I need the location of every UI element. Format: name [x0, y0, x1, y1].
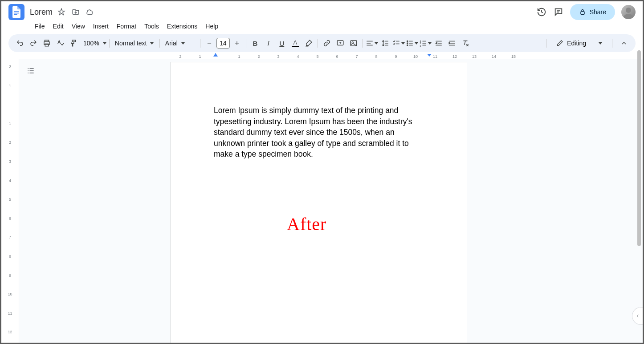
checklist-button[interactable] — [392, 37, 405, 49]
font-value: Arial — [163, 40, 180, 47]
align-button[interactable] — [366, 37, 378, 49]
menu-tools[interactable]: Tools — [141, 21, 162, 32]
svg-point-12 — [407, 43, 408, 44]
text-color-button[interactable]: A — [289, 37, 302, 49]
share-button[interactable]: Share — [570, 4, 615, 20]
link-button[interactable] — [321, 37, 333, 49]
toolbar: 100% Normal text Arial 14 B I U A 123 Ed… — [8, 34, 636, 52]
paint-format-button[interactable] — [67, 37, 80, 49]
highlight-button[interactable] — [302, 37, 315, 49]
undo-button[interactable] — [14, 37, 26, 49]
move-icon[interactable] — [70, 7, 81, 17]
main-area: 21123456789101112 Lorem Ipsum is simply … — [1, 59, 643, 344]
chevron-down-icon — [401, 42, 405, 45]
image-button[interactable] — [347, 37, 360, 49]
decrease-font-button[interactable] — [203, 37, 216, 49]
star-icon[interactable] — [56, 7, 67, 17]
italic-button[interactable]: I — [262, 37, 275, 49]
increase-indent-button[interactable] — [446, 37, 458, 49]
document-canvas[interactable]: Lorem Ipsum is simply dummy text of the … — [19, 59, 643, 344]
menu-edit[interactable]: Edit — [50, 21, 67, 32]
document-page[interactable]: Lorem Ipsum is simply dummy text of the … — [171, 62, 467, 344]
chevron-down-icon — [150, 42, 154, 45]
history-icon[interactable] — [536, 7, 547, 17]
menu-extensions[interactable]: Extensions — [164, 21, 200, 32]
chevron-down-icon — [375, 42, 378, 45]
svg-rect-3 — [581, 12, 584, 15]
print-button[interactable] — [41, 37, 53, 49]
menu-format[interactable]: Format — [114, 21, 139, 32]
editing-mode-button[interactable]: Editing — [552, 40, 607, 47]
decrease-indent-button[interactable] — [432, 37, 445, 49]
svg-text:3: 3 — [420, 45, 421, 47]
collapse-toolbar-button[interactable] — [618, 37, 630, 49]
chevron-down-icon — [103, 42, 106, 45]
chevron-down-icon — [599, 42, 602, 45]
menu-help[interactable]: Help — [202, 21, 221, 32]
vertical-ruler[interactable]: 21123456789101112 — [1, 59, 19, 344]
style-value: Normal text — [112, 40, 150, 47]
chevron-down-icon — [428, 42, 432, 45]
underline-button[interactable]: U — [276, 37, 288, 49]
user-avatar[interactable] — [621, 5, 636, 19]
style-dropdown[interactable]: Normal text — [112, 40, 157, 47]
chevron-down-icon — [181, 42, 185, 45]
docs-logo[interactable] — [8, 4, 24, 20]
svg-point-4 — [626, 8, 631, 13]
vertical-scrollbar[interactable] — [637, 50, 641, 246]
bullet-list-button[interactable] — [406, 37, 418, 49]
header-right: Share — [536, 4, 636, 20]
title-area: Lorem — [30, 7, 95, 17]
chevron-down-icon — [415, 42, 418, 45]
annotation-text: After — [287, 214, 326, 235]
zoom-value: 100% — [81, 40, 102, 47]
font-size-input[interactable]: 14 — [216, 38, 230, 49]
clear-formatting-button[interactable] — [459, 37, 472, 49]
horizontal-ruler[interactable]: 21123456789101112131415 — [19, 52, 643, 59]
spellcheck-button[interactable] — [54, 37, 66, 49]
comment-button[interactable] — [334, 37, 346, 49]
svg-point-13 — [407, 45, 408, 45]
outline-button[interactable] — [24, 65, 37, 77]
increase-font-button[interactable] — [231, 37, 243, 49]
svg-rect-1 — [14, 13, 19, 14]
svg-rect-0 — [14, 11, 19, 12]
indent-marker-left[interactable] — [213, 53, 218, 57]
numbered-list-button[interactable]: 123 — [419, 37, 432, 49]
app-header: Lorem Share — [1, 1, 643, 19]
svg-point-11 — [407, 40, 408, 41]
svg-rect-2 — [14, 14, 17, 15]
redo-button[interactable] — [27, 37, 40, 49]
menu-view[interactable]: View — [69, 21, 88, 32]
menu-insert[interactable]: Insert — [90, 21, 112, 32]
zoom-dropdown[interactable]: 100% — [81, 40, 106, 47]
comments-icon[interactable] — [553, 7, 564, 17]
cloud-status-icon[interactable] — [85, 7, 95, 17]
document-body-text[interactable]: Lorem Ipsum is simply dummy text of the … — [214, 105, 414, 160]
bold-button[interactable]: B — [249, 37, 261, 49]
menu-file[interactable]: File — [32, 21, 48, 32]
font-dropdown[interactable]: Arial — [163, 40, 197, 47]
menu-bar: File Edit View Insert Format Tools Exten… — [1, 19, 643, 34]
editing-mode-label: Editing — [567, 40, 586, 47]
document-title[interactable]: Lorem — [30, 8, 53, 17]
line-spacing-button[interactable] — [379, 37, 391, 49]
share-label: Share — [590, 8, 606, 16]
